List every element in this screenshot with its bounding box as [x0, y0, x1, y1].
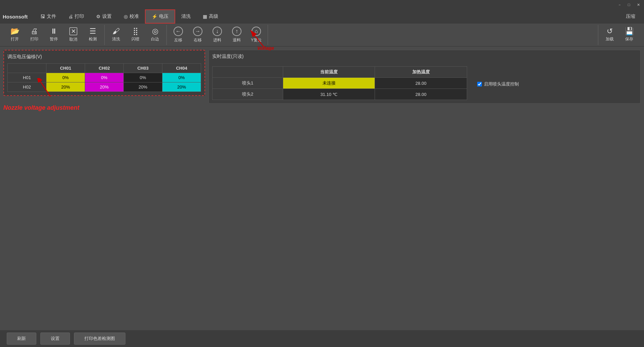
nozzle1-label: 喷头1: [213, 78, 283, 89]
h02-ch04-cell[interactable]: 20%: [162, 82, 201, 92]
menu-right: 压缩: [620, 9, 641, 24]
table-row: H02 20% 20% 20% 20%: [8, 82, 201, 92]
yreset-button[interactable]: ⌂ Y复位: [247, 25, 266, 45]
feed-icon: ↓: [213, 27, 222, 36]
menu-bar: Hosonsoft 🖫 文件 🖨 打印 ⚙ 设置 ◎ 校准 ⚡ 电压 清洗 ▦ …: [0, 9, 644, 24]
toolbar: 📂 打开 🖨 打印 ⏸ 暂停 ✕ 取消 ☰ 检测 🖌 清洗 ⣿ 闪喷 ◎: [0, 24, 644, 46]
app-brand: Hosonsoft: [3, 14, 28, 20]
save-button[interactable]: 💾 保存: [620, 25, 639, 45]
temperature-section: 实时温度(只读) 当前温度 加热温度 喷头1 未连接: [209, 50, 641, 104]
nozzle2-label: 喷头2: [213, 89, 283, 100]
cancel-icon: ✕: [69, 27, 77, 35]
table-row: H01 0% 0% 0% 0%: [8, 73, 201, 82]
h01-ch03-cell[interactable]: 0%: [124, 73, 162, 82]
maximize-button[interactable]: □: [624, 1, 633, 8]
refresh-button[interactable]: 刷新: [7, 333, 36, 345]
toolbar-group-2: 🖌 清洗 ⣿ 闪喷 ◎ 白边: [105, 25, 167, 45]
temp-control-checkbox-row: 启用喷头温度控制: [477, 81, 519, 87]
temp-control-label: 启用喷头温度控制: [484, 81, 519, 87]
table-row: 喷头2 31.10 ℃ 28.00: [213, 89, 467, 100]
table-row: 喷头1 未连接 28.00: [213, 78, 467, 89]
spray-button[interactable]: ⣿ 闪喷: [126, 25, 145, 45]
col-empty: [8, 64, 46, 73]
yreset-icon: ⌂: [252, 27, 261, 36]
menu-settings[interactable]: ⚙ 设置: [90, 9, 118, 24]
menu-voltage[interactable]: ⚡ 电压: [145, 9, 175, 24]
advanced-icon: ▦: [203, 14, 207, 19]
whiteedge-button[interactable]: ◎ 白边: [146, 25, 164, 45]
h01-ch04-cell[interactable]: 0%: [162, 73, 201, 82]
reload-icon: ↺: [607, 28, 613, 35]
pause-button[interactable]: ⏸ 暂停: [44, 25, 63, 45]
temperature-table: 当前温度 加热温度 喷头1 未连接 28.00 喷头2 31.10 ℃: [212, 66, 467, 100]
voltage-icon: ⚡: [152, 14, 157, 19]
bottom-bar: 刷新 设置 打印色差检测图: [0, 330, 644, 347]
clean-icon: 🖌: [112, 28, 120, 35]
minimize-button[interactable]: －: [615, 1, 624, 8]
right-panel: 实时温度(只读) 当前温度 加热温度 喷头1 未连接: [209, 50, 641, 327]
menu-clean[interactable]: 清洗: [175, 9, 197, 24]
menu-print[interactable]: 🖨 打印: [62, 9, 90, 24]
menu-advanced[interactable]: ▦ 高级: [197, 9, 224, 24]
left-panel: 调压电压偏移(V) CH01 CH02 CH03 CH04 H01: [3, 50, 205, 327]
open-button[interactable]: 📂 打开: [5, 25, 24, 45]
menu-file[interactable]: 🖫 文件: [34, 9, 62, 24]
toolbar-right-group: ↺ 加载 💾 保存: [598, 25, 641, 45]
calibrate-icon: ◎: [124, 14, 128, 19]
cancel-button[interactable]: ✕ 取消: [64, 25, 83, 45]
feed-button[interactable]: ↓ 进料: [208, 25, 227, 45]
temp-col-empty: [213, 67, 283, 78]
col-ch02: CH02: [85, 64, 124, 73]
h02-ch03-cell[interactable]: 20%: [124, 82, 162, 92]
window-controls: － □ ✕: [615, 1, 643, 8]
voltage-section: 调压电压偏移(V) CH01 CH02 CH03 CH04 H01: [3, 50, 205, 96]
h01-ch02-cell[interactable]: 0%: [85, 73, 124, 82]
pause-icon: ⏸: [50, 28, 58, 35]
right-arrow-icon: →: [193, 27, 202, 36]
close-button[interactable]: ✕: [634, 1, 643, 8]
clean-button[interactable]: 🖌 清洗: [107, 25, 125, 45]
nozzle1-heating-temp: 28.00: [375, 78, 467, 89]
voltage-section-title: 调压电压偏移(V): [7, 54, 201, 60]
spray-icon: ⣿: [133, 28, 138, 35]
settings-icon: ⚙: [96, 14, 101, 19]
main-content: 调压电压偏移(V) CH01 CH02 CH03 CH04 H01: [0, 46, 644, 330]
h02-ch01-cell[interactable]: 20%: [46, 82, 85, 92]
row-h01-label: H01: [8, 73, 46, 82]
temp-col-heating: 加热温度: [375, 67, 467, 78]
open-icon: 📂: [10, 28, 20, 35]
col-ch03: CH03: [124, 64, 162, 73]
nozzle-voltage-annotation: Nozzle voltage adjustment: [3, 104, 205, 111]
h01-ch01-cell[interactable]: 0%: [46, 73, 85, 82]
printer-icon: 🖨: [31, 28, 38, 35]
temp-section-title: 实时温度(只读): [212, 54, 637, 60]
menu-compress[interactable]: 压缩: [620, 9, 641, 24]
col-ch01: CH01: [46, 64, 85, 73]
nozzle1-current-temp: 未连接: [283, 78, 375, 89]
file-icon: 🖫: [40, 14, 45, 19]
settings-button[interactable]: 设置: [40, 333, 70, 345]
left-arrow-icon: ←: [174, 27, 183, 36]
right-button[interactable]: → 右移: [188, 25, 207, 45]
detect-button[interactable]: ☰ 检测: [83, 25, 102, 45]
save-icon: 💾: [625, 28, 634, 35]
print-icon: 🖨: [68, 14, 73, 19]
col-ch04: CH04: [162, 64, 201, 73]
retract-button[interactable]: ↑ 退料: [227, 25, 246, 45]
menu-calibrate[interactable]: ◎ 校准: [118, 9, 145, 24]
retract-icon: ↑: [232, 27, 241, 36]
print-color-detect-button[interactable]: 打印色差检测图: [74, 333, 125, 345]
left-button[interactable]: ← 左移: [169, 25, 188, 45]
toolbar-group-1: 📂 打开 🖨 打印 ⏸ 暂停 ✕ 取消 ☰ 检测: [3, 25, 105, 45]
print-button[interactable]: 🖨 打印: [25, 25, 44, 45]
h02-ch02-cell[interactable]: 20%: [85, 82, 124, 92]
temp-control-checkbox[interactable]: [477, 82, 482, 86]
toolbar-group-3: ← 左移 → 右移 ↓ 进料 ↑ 退料 ⌂ Y复位: [167, 25, 268, 45]
voltage-table: CH01 CH02 CH03 CH04 H01 0% 0% 0% 0%: [7, 63, 201, 92]
reload-button[interactable]: ↺ 加载: [600, 25, 619, 45]
detect-icon: ☰: [89, 28, 96, 35]
row-h02-label: H02: [8, 82, 46, 92]
nozzle2-heating-temp: 28.00: [375, 89, 467, 100]
nozzle2-current-temp: 31.10 ℃: [283, 89, 375, 100]
whiteedge-icon: ◎: [152, 28, 158, 35]
